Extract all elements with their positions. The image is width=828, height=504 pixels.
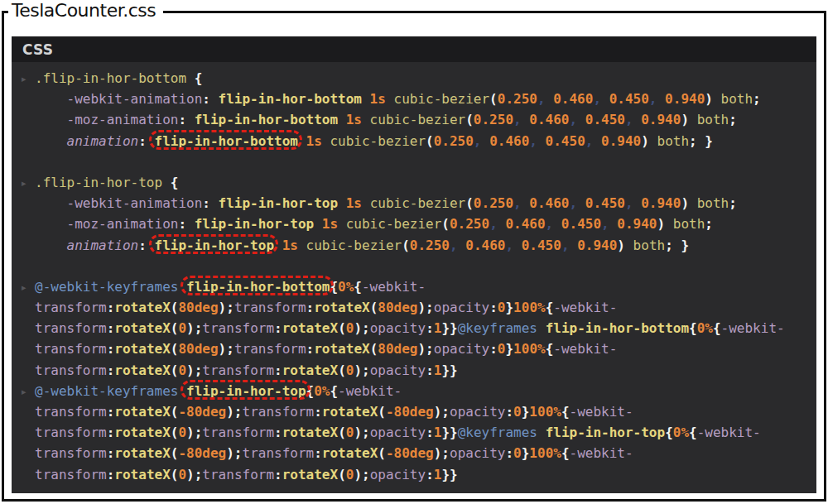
code-token: :	[202, 91, 210, 107]
code-token: -webkit-	[553, 300, 617, 315]
code-token: ;	[689, 133, 697, 149]
code-token: (	[370, 300, 378, 315]
code-token: ;	[195, 320, 203, 336]
code-token: {	[330, 383, 338, 399]
code-area[interactable]: ▸.flip-in-hor-bottom { -webkit-animation…	[12, 62, 816, 485]
code-token: 0	[346, 467, 354, 482]
code-token: ;	[226, 341, 234, 357]
code-token: -moz-animation	[67, 216, 179, 232]
code-token: (	[338, 362, 346, 378]
code-token	[178, 279, 186, 295]
code-token: -webkit-	[570, 404, 633, 420]
code-token: )	[186, 425, 195, 440]
code-token	[625, 238, 633, 253]
code-token: 0.460	[529, 195, 569, 211]
code-token: both	[721, 91, 753, 107]
fold-arrow-icon[interactable]: ▸	[22, 69, 26, 89]
code-token	[513, 238, 522, 253]
code-line: transform:rotateX(80deg);transform:rotat…	[35, 297, 816, 318]
code-token: 0%	[673, 425, 689, 440]
code-token: transform	[35, 404, 107, 420]
code-token	[522, 112, 530, 127]
code-token: }	[705, 133, 713, 149]
code-token: :	[178, 112, 186, 127]
fold-arrow-icon[interactable]: ▸	[22, 173, 26, 194]
code-token: )	[681, 112, 689, 127]
code-line	[35, 256, 816, 276]
code-token: }}	[441, 320, 457, 336]
code-token: rotateX	[114, 404, 170, 420]
code-token: {	[546, 341, 554, 357]
code-token: flip-in-hor-bottom	[546, 320, 689, 336]
code-token: 0.450	[546, 133, 585, 149]
code-token: (	[378, 404, 386, 420]
code-token	[537, 425, 546, 440]
code-token	[35, 238, 67, 253]
code-token	[147, 238, 155, 253]
code-token: )	[219, 341, 227, 357]
code-token: transform	[202, 362, 274, 378]
code-token: rotateX	[114, 425, 170, 440]
code-token	[537, 320, 546, 336]
code-token: transform	[35, 425, 107, 440]
code-token: {	[306, 383, 315, 399]
code-token: 0	[178, 467, 186, 482]
code-token: :	[138, 238, 147, 253]
code-token: 0.460	[465, 238, 505, 253]
code-token: (	[426, 133, 434, 149]
code-token: :	[274, 320, 282, 336]
code-token: :	[107, 445, 115, 461]
code-token: ,	[561, 238, 570, 253]
code-token: 0.250	[498, 91, 537, 107]
code-token: 0	[346, 362, 354, 378]
code-token: (	[489, 91, 498, 107]
code-token: }	[505, 300, 513, 315]
code-token: 0.460	[489, 133, 529, 149]
code-token: (	[338, 425, 346, 440]
code-token: 0.460	[505, 216, 545, 232]
code-line: transform:rotateX(-80deg);transform:rota…	[35, 443, 816, 463]
code-token: )	[705, 91, 713, 107]
code-token: }	[681, 238, 689, 253]
code-token: opacity	[370, 425, 426, 440]
code-token: ;	[426, 300, 434, 315]
code-token: )	[417, 341, 426, 357]
code-token: {	[195, 70, 203, 86]
code-token: rotateX	[114, 467, 170, 482]
code-token: 0	[346, 425, 354, 440]
code-token	[498, 216, 506, 232]
code-token	[537, 133, 546, 149]
code-token: @-webkit-keyframes	[35, 383, 178, 399]
code-token	[338, 195, 346, 211]
code-token: 0.940	[617, 216, 657, 232]
code-token: -webkit-	[338, 383, 402, 399]
code-token: @keyframes	[458, 320, 537, 336]
code-token: :	[426, 425, 434, 440]
code-token: -webkit-	[553, 341, 617, 357]
code-token: )	[186, 320, 195, 336]
code-line: animation: flip-in-hor-bottom 1s cubic-b…	[35, 131, 816, 151]
code-token: -webkit-	[721, 320, 785, 336]
code-token	[649, 133, 657, 149]
code-token: opacity	[434, 300, 489, 315]
code-token: (	[171, 404, 179, 420]
code-token: 1s	[306, 133, 322, 149]
code-token: 80deg	[178, 300, 218, 315]
code-line: -moz-animation: flip-in-hor-top 1s cubic…	[35, 214, 816, 234]
fold-arrow-icon[interactable]: ▸	[22, 277, 26, 298]
code-token: 0.250	[434, 133, 474, 149]
code-token	[338, 112, 346, 127]
code-token	[601, 91, 609, 107]
code-token	[322, 133, 330, 149]
code-line: transform:rotateX(0);transform:rotateX(0…	[35, 360, 816, 381]
code-token: transform	[202, 425, 274, 440]
code-token: transform	[243, 445, 315, 461]
code-token: transform	[202, 320, 274, 336]
code-token: (	[338, 320, 346, 336]
code-token: (	[171, 425, 179, 440]
code-token: 1	[434, 425, 442, 440]
code-token: -webkit-	[362, 279, 426, 295]
fold-arrow-icon[interactable]: ▸	[22, 382, 26, 402]
code-token: rotateX	[282, 362, 338, 378]
code-token	[697, 133, 705, 149]
